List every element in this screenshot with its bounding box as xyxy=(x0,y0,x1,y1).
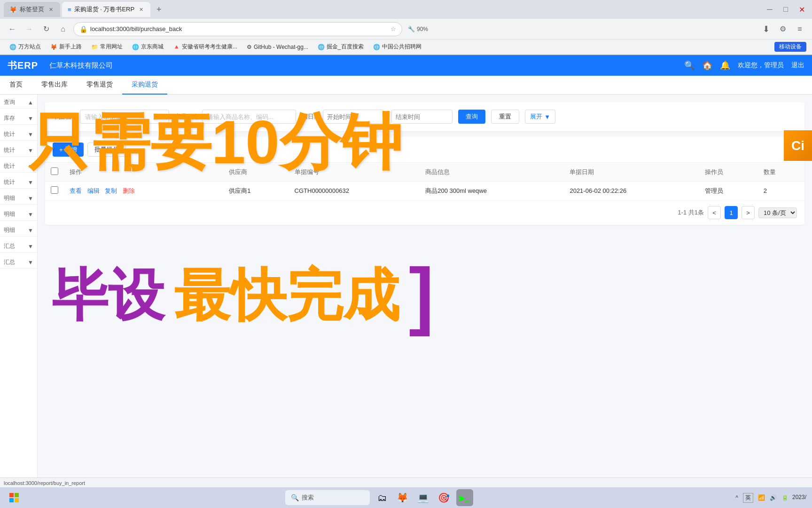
nav-home[interactable]: 首页 xyxy=(0,76,32,95)
taskbar-cmd-app[interactable]: ▶_ xyxy=(456,489,473,506)
maximize-btn[interactable]: □ xyxy=(779,3,792,16)
filter-product-input[interactable] xyxy=(202,110,296,124)
ime-indicator[interactable]: 英 xyxy=(743,493,753,503)
sidebar-group-header-summary1[interactable]: 汇总 ▼ xyxy=(0,238,37,252)
sidebar-group-detail3: 明细 ▼ xyxy=(0,222,37,237)
date-from-input[interactable] xyxy=(323,110,384,124)
date-to-input[interactable] xyxy=(391,110,453,124)
taskbar-game-app[interactable]: 🎯 xyxy=(436,489,453,506)
bell-icon[interactable]: 🔔 xyxy=(720,60,730,71)
sidebar-group-header-detail1[interactable]: 明细 ▼ xyxy=(0,190,37,204)
home-btn[interactable]: ⌂ xyxy=(56,23,70,36)
minimize-btn[interactable]: ─ xyxy=(763,3,776,16)
filter-product: 商品信息 xyxy=(175,110,296,124)
prev-page-btn[interactable]: < xyxy=(708,206,721,219)
sidebar-group-header-query[interactable]: 查询 ▲ xyxy=(0,95,37,108)
batch-btn[interactable]: 批量操作 xyxy=(87,143,126,157)
reset-btn[interactable]: 重置 xyxy=(491,110,519,124)
mobile-device-btn[interactable]: 移动设备 xyxy=(774,42,806,52)
filter-date: 据日期 ~ xyxy=(302,110,453,124)
delete-link[interactable]: 删除 xyxy=(123,187,135,194)
time-display[interactable]: 2023/ xyxy=(792,494,806,501)
start-menu-btn[interactable] xyxy=(6,489,23,506)
th-product: 商品信息 xyxy=(420,163,564,182)
nav-retail-return[interactable]: 零售退货 xyxy=(77,76,122,95)
address-bar[interactable]: 🔒 localhost:3000/bill/purchase_back ☆ xyxy=(73,22,402,36)
filter-product-label: 商品信息 xyxy=(175,112,199,121)
row-checkbox[interactable] xyxy=(51,186,58,194)
tab-inactive[interactable]: 🦊 标签登页 ✕ xyxy=(4,2,60,17)
refresh-btn[interactable]: ↻ xyxy=(39,23,53,36)
sidebar-label-stat4: 统计 xyxy=(4,178,15,186)
star-icon[interactable]: ☆ xyxy=(390,25,396,32)
bookmark-zhaopin[interactable]: 🌐 中国公共招聘网 xyxy=(369,42,425,52)
new-tab-btn[interactable]: + xyxy=(152,3,165,16)
speaker-icon[interactable]: 🔊 xyxy=(770,494,777,501)
bookmark-label-2: 新手上路 xyxy=(59,43,82,51)
forward-btn[interactable]: → xyxy=(23,23,36,36)
bookmark-newuser[interactable]: 🦊 新手上路 xyxy=(47,42,86,52)
logout-btn[interactable]: 退出 xyxy=(791,61,804,70)
tab-label: 标签登页 xyxy=(20,5,44,14)
settings-icon[interactable]: ⚙ xyxy=(776,23,789,36)
sys-tray: ^ 英 📶 🔊 🔋 xyxy=(735,493,789,503)
chevron-icon-3: ▼ xyxy=(28,131,33,138)
bookmark-github[interactable]: ⚙ GitHub - Wechat-gg... xyxy=(243,43,312,51)
tab-active[interactable]: ≡ 采购退货 · 万卷书ERP ✕ xyxy=(62,2,150,17)
bookmark-common[interactable]: 📁 常用网址 xyxy=(87,42,126,52)
select-all-checkbox[interactable] xyxy=(51,167,58,175)
taskbar-terminal-app[interactable]: 💻 xyxy=(415,489,432,506)
home-icon[interactable]: 🏠 xyxy=(702,60,712,71)
th-supplier: 供应商 xyxy=(223,163,289,182)
erp-company: 仁草木科技有限公司 xyxy=(49,61,113,70)
filter-doc-number-input[interactable] xyxy=(80,110,169,124)
expand-btn[interactable]: 展开 ▼ xyxy=(525,110,555,124)
nav-retail-out[interactable]: 零售出库 xyxy=(32,76,77,95)
sidebar-group-header-detail2[interactable]: 明细 ▼ xyxy=(0,206,37,220)
bookmark-juejin[interactable]: 🌐 掘金_百度搜索 xyxy=(314,42,367,52)
taskbar-file-app[interactable]: 🗂 xyxy=(374,489,390,506)
bookmark-jd[interactable]: 🌐 京东商城 xyxy=(128,42,167,52)
sidebar-group-header-stat4[interactable]: 统计 ▼ xyxy=(0,175,37,188)
chevron-icon-11: ▼ xyxy=(28,259,33,266)
tab-favicon: 🦊 xyxy=(9,6,17,13)
sidebar-group-header-stat3[interactable]: 统计 ▼ xyxy=(0,159,37,172)
sidebar-group-stat2: 统计 ▼ xyxy=(0,143,37,157)
url-display: localhost:3000/bill/purchase_back xyxy=(90,25,388,32)
tab-close-active-btn[interactable]: ✕ xyxy=(137,6,145,13)
svg-rect-0 xyxy=(9,493,14,497)
view-link[interactable]: 查看 xyxy=(70,187,82,194)
sidebar-group-header-inventory[interactable]: 库存 ▼ xyxy=(0,111,37,124)
nav-purchase-return[interactable]: 采购退货 xyxy=(122,76,167,95)
bookmark-label-4: 京东商城 xyxy=(141,43,164,51)
next-page-btn[interactable]: > xyxy=(742,206,755,219)
query-btn[interactable]: 查询 xyxy=(458,110,485,124)
taskbar-browser-app[interactable]: 🦊 xyxy=(394,489,411,506)
sidebar-group-header-stat2[interactable]: 统计 ▼ xyxy=(0,143,37,156)
bookmark-wanfang[interactable]: 🌐 万方站点 xyxy=(6,42,45,52)
current-page-btn[interactable]: 1 xyxy=(725,206,738,219)
menu-icon[interactable]: ≡ xyxy=(793,23,806,36)
bookmark-label-6: GitHub - Wechat-gg... xyxy=(254,44,308,50)
edit-link[interactable]: 编辑 xyxy=(87,187,100,194)
expand-tray-icon[interactable]: ^ xyxy=(735,494,738,501)
sidebar-group-header-detail3[interactable]: 明细 ▼ xyxy=(0,222,37,236)
taskbar-search-bar[interactable]: 🔍 搜索 xyxy=(285,490,370,505)
copy-link[interactable]: 复制 xyxy=(105,187,117,194)
new-btn[interactable]: + 新增 xyxy=(53,143,84,157)
td-supplier: 供应商1 xyxy=(223,182,289,200)
bookmark-health[interactable]: 🔺 安徽省研考考生健康... xyxy=(169,42,241,52)
sidebar-group-header-summary2[interactable]: 汇总 ▼ xyxy=(0,254,37,268)
download-icon[interactable]: ⬇ xyxy=(759,23,773,36)
sidebar-group-stat1: 统计 ▼ xyxy=(0,127,37,141)
th-checkbox xyxy=(45,163,64,182)
sidebar-group-header-stat1[interactable]: 统计 ▼ xyxy=(0,127,37,140)
search-icon[interactable]: 🔍 xyxy=(684,60,695,71)
filter-doc-number-label: 单据编号 xyxy=(53,112,77,121)
tab-close-btn[interactable]: ✕ xyxy=(47,6,55,13)
back-btn[interactable]: ← xyxy=(6,23,19,36)
erp-main: 单据编号 商品信息 据日期 ~ 查询 重置 展开 ▼ xyxy=(38,95,812,488)
bookmark-icon-2: 🦊 xyxy=(50,44,57,50)
close-window-btn[interactable]: ✕ xyxy=(795,3,808,16)
page-size-select[interactable]: 10 条/页 20 条/页 50 条/页 xyxy=(758,207,797,218)
